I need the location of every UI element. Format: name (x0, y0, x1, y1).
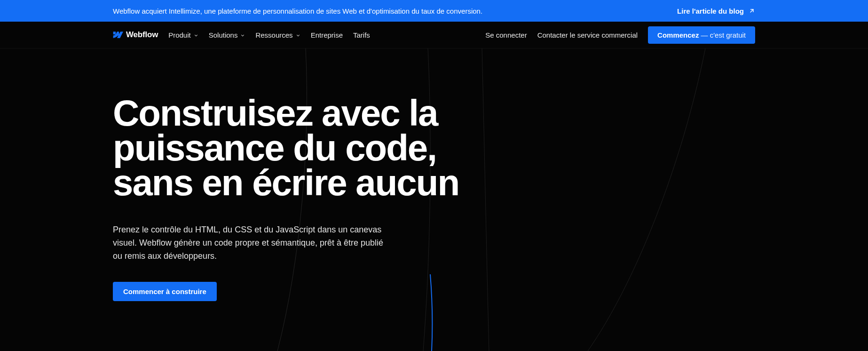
external-link-icon (749, 8, 755, 14)
announcement-link[interactable]: Lire l'article du blog (677, 7, 755, 15)
nav-left: Webflow Produit Solutions Ressources (113, 30, 370, 40)
cta-secondary-label: — c'est gratuit (699, 31, 746, 39)
nav-item-entreprise[interactable]: Entreprise (311, 31, 343, 39)
nav-item-label: Ressources (255, 31, 292, 39)
hero-subtitle: Prenez le contrôle du HTML, du CSS et du… (113, 223, 395, 263)
nav-contact-link[interactable]: Contacter le service commercial (537, 31, 638, 39)
announcement-banner: Webflow acquiert Intellimize, une platef… (0, 0, 868, 22)
hero-cta-button[interactable]: Commencer à construire (113, 282, 217, 301)
logo[interactable]: Webflow (113, 30, 158, 40)
nav-items: Produit Solutions Ressources Entreprise (168, 31, 370, 39)
nav-cta-button[interactable]: Commencez — c'est gratuit (648, 26, 755, 44)
logo-icon (113, 31, 123, 39)
nav-item-tarifs[interactable]: Tarifs (353, 31, 370, 39)
chevron-down-icon (296, 33, 300, 38)
nav-item-label: Entreprise (311, 31, 343, 39)
nav-login-link[interactable]: Se connecter (485, 31, 527, 39)
nav-item-ressources[interactable]: Ressources (255, 31, 300, 39)
announcement-link-label: Lire l'article du blog (677, 7, 744, 15)
main-nav: Webflow Produit Solutions Ressources (0, 22, 868, 48)
hero-content: Construisez avec la puissance du code, s… (113, 96, 470, 301)
nav-item-label: Produit (168, 31, 191, 39)
announcement-text: Webflow acquiert Intellimize, une platef… (113, 7, 482, 15)
logo-text: Webflow (126, 30, 158, 40)
nav-right: Se connecter Contacter le service commer… (485, 26, 755, 44)
chevron-down-icon (240, 33, 245, 38)
nav-item-solutions[interactable]: Solutions (209, 31, 245, 39)
chevron-down-icon (194, 33, 198, 38)
cta-primary-label: Commencez (657, 31, 699, 39)
hero-section: Construisez avec la puissance du code, s… (0, 48, 868, 351)
nav-item-label: Tarifs (353, 31, 370, 39)
hero-title: Construisez avec la puissance du code, s… (113, 96, 470, 200)
nav-item-label: Solutions (209, 31, 238, 39)
nav-item-produit[interactable]: Produit (168, 31, 198, 39)
